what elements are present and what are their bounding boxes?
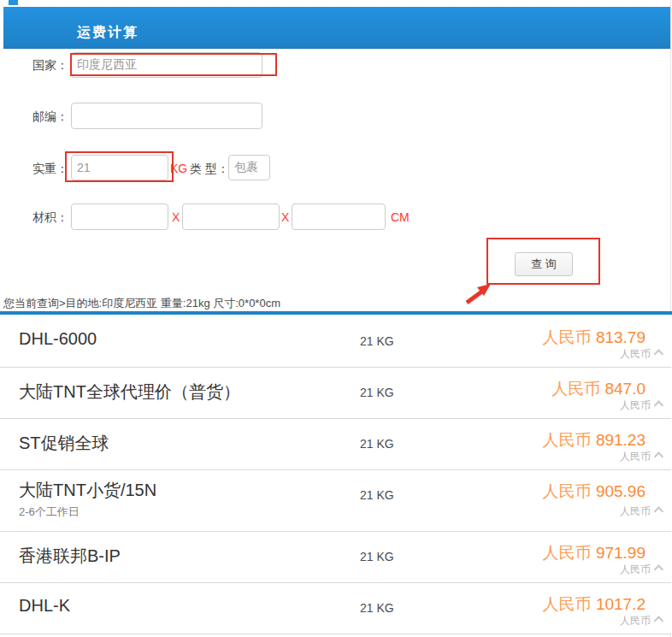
currency-sub-label: 人民币 — [620, 614, 661, 628]
price-currency-label: 人民币 — [551, 380, 600, 398]
price-value: 905.96 — [596, 482, 645, 500]
price-amount: 人民币 813.79 — [543, 327, 645, 349]
sub-currency-text: 人民币 — [620, 505, 651, 517]
service-name: 大陆TNT全球代理价（普货） — [19, 380, 240, 404]
currency-sub-label: 人民币 — [620, 563, 661, 577]
price-currency-label: 人民币 — [543, 328, 592, 346]
row-weight: 21 KG — [360, 334, 394, 348]
postcode-label: 邮编： — [32, 109, 68, 125]
volume-input-width[interactable] — [182, 203, 280, 230]
row-weight: 21 KG — [360, 550, 394, 563]
table-row[interactable]: 大陆TNT小货/15N 2-6个工作日 21 KG 人民币 905.96 人民币 — [0, 470, 671, 532]
price-currency-label: 人民币 — [543, 544, 592, 562]
currency-sub-label: 人民币 — [620, 398, 661, 413]
row-weight: 21 KG — [360, 386, 394, 399]
results-table: DHL-6000 21 KG 人民币 813.79 人民币 大陆TNT全球代理价… — [0, 316, 671, 634]
section-divider — [0, 311, 672, 315]
chevron-up-icon[interactable] — [654, 400, 663, 410]
price-amount: 人民币 891.23 — [543, 429, 645, 451]
header: 运费计算 — [3, 7, 670, 49]
price-amount: 人民币 847.0 — [551, 378, 645, 400]
sub-currency-text: 人民币 — [620, 451, 651, 463]
table-row[interactable]: DHL-6000 21 KG 人民币 813.79 人民币 — [0, 316, 671, 368]
service-name: ST促销全球 — [19, 432, 109, 455]
sub-currency-text: 人民币 — [620, 563, 651, 575]
price-value: 971.99 — [596, 544, 645, 562]
volume-unit-label: CM — [391, 210, 410, 224]
sub-currency-text: 人民币 — [620, 399, 651, 411]
volume-separator: X — [172, 210, 180, 224]
row-weight: 21 KG — [360, 488, 394, 502]
sub-currency-text: 人民币 — [620, 348, 651, 360]
chevron-up-icon[interactable] — [654, 451, 663, 461]
row-weight: 21 KG — [360, 437, 394, 451]
price-currency-label: 人民币 — [543, 482, 592, 500]
page-title: 运费计算 — [3, 7, 670, 42]
service-name: DHL-K — [19, 596, 70, 616]
currency-sub-label: 人民币 — [620, 347, 661, 362]
table-row[interactable]: 香港联邦B-IP 21 KG 人民币 971.99 人民币 — [0, 532, 671, 583]
price-currency-label: 人民币 — [543, 431, 592, 449]
price-value: 1017.2 — [596, 595, 645, 613]
query-status-line: 您当前查询>目的地:印度尼西亚 重量:21kg 尺寸:0*0*0cm — [3, 296, 280, 311]
country-input[interactable] — [71, 52, 262, 78]
chevron-up-icon[interactable] — [654, 349, 663, 358]
type-label: 类 型： — [190, 162, 229, 177]
country-label: 国家： — [32, 58, 68, 74]
weight-unit-label: KG — [170, 162, 187, 175]
weight-label: 实重： — [32, 162, 68, 177]
chevron-up-icon[interactable] — [654, 564, 663, 574]
table-row[interactable]: DHL-K 21 KG 人民币 1017.2 人民币 — [0, 583, 671, 634]
arrow-up-right-icon — [463, 283, 493, 306]
top-blue-fragment — [9, 0, 18, 5]
postcode-input[interactable] — [71, 103, 262, 129]
chevron-up-icon[interactable] — [654, 506, 663, 516]
price-value: 813.79 — [596, 328, 645, 346]
service-name: DHL-6000 — [19, 329, 97, 349]
volume-input-height[interactable] — [292, 203, 386, 230]
sub-currency-text: 人民币 — [620, 615, 651, 627]
volume-label: 材积： — [32, 210, 68, 226]
price-value: 847.0 — [604, 380, 645, 398]
volume-input-length[interactable] — [71, 203, 168, 230]
freight-calculator-page: 运费计算 国家： 邮编： 实重： KG 类 型： 材积： X X CM 查 询 … — [0, 0, 672, 637]
row-weight: 21 KG — [360, 601, 394, 615]
price-amount: 人民币 1017.2 — [543, 593, 645, 616]
service-name: 大陆TNT小货/15N — [19, 479, 156, 502]
type-input[interactable] — [228, 155, 270, 180]
service-note: 2-6个工作日 — [19, 504, 80, 520]
table-row[interactable]: ST促销全球 21 KG 人民币 891.23 人民币 — [0, 419, 671, 470]
price-currency-label: 人民币 — [543, 595, 592, 613]
weight-input[interactable] — [71, 155, 168, 180]
volume-separator: X — [281, 210, 289, 224]
price-value: 891.23 — [596, 431, 645, 449]
chevron-up-icon[interactable] — [654, 616, 663, 625]
currency-sub-label: 人民币 — [620, 504, 661, 519]
price-amount: 人民币 905.96 — [543, 481, 645, 503]
currency-sub-label: 人民币 — [620, 450, 661, 464]
query-button[interactable]: 查 询 — [515, 252, 573, 276]
service-name: 香港联邦B-IP — [19, 545, 121, 568]
price-amount: 人民币 971.99 — [543, 542, 645, 564]
table-row[interactable]: 大陆TNT全球代理价（普货） 21 KG 人民币 847.0 人民币 — [0, 368, 671, 419]
